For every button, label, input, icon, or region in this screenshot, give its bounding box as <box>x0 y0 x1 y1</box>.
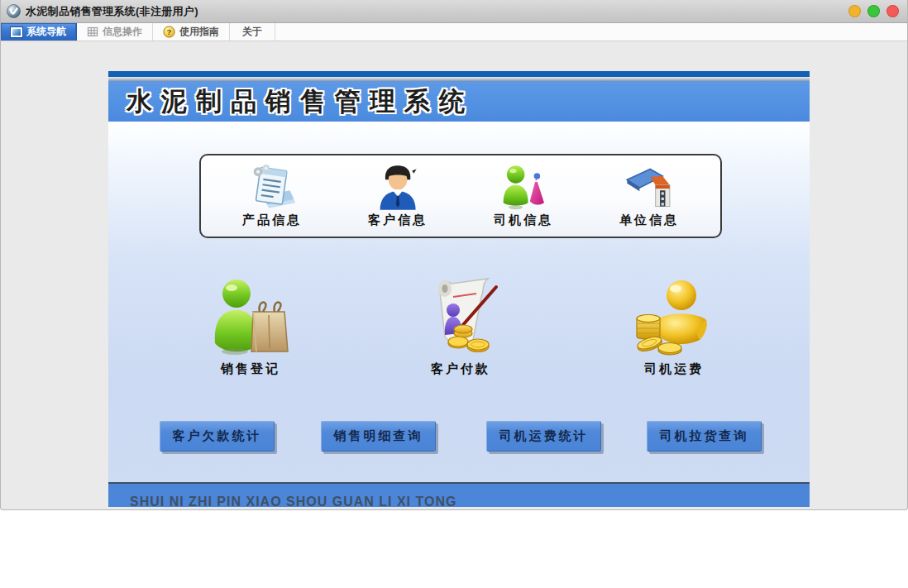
nav-item-driver-info[interactable]: 司机信息 <box>461 164 585 228</box>
nav-item-label: 产品信息 <box>242 213 302 228</box>
nav-item-label: 司机运费 <box>644 361 704 377</box>
nav-item-sales-register[interactable]: 销售登记 <box>189 275 313 377</box>
panel-footer: SHUI NI ZHI PIN XIAO SHOU GUAN LI XI TON… <box>108 484 810 507</box>
tab-label: 信息操作 <box>103 25 142 39</box>
nav-item-customer-info[interactable]: 客户信息 <box>336 164 460 228</box>
help-icon: ? <box>163 26 175 38</box>
monitor-icon <box>11 27 22 37</box>
panel-body: 产品信息 客户信息 <box>108 122 810 482</box>
app-window: 水泥制品销售管理系统(非注册用户) 系统导航 信息操作 <box>0 0 908 510</box>
green-person-bag-icon <box>205 275 296 358</box>
navigation-panel: 水泥制品销售管理系统 <box>108 71 810 507</box>
nav-item-label: 客户信息 <box>368 213 428 228</box>
window-controls <box>848 5 901 17</box>
close-button[interactable] <box>886 5 899 17</box>
driver-person-cone-icon <box>496 164 552 212</box>
top-stripe <box>108 71 810 77</box>
info-group-box: 产品信息 客户信息 <box>199 154 722 238</box>
app-logo-icon <box>7 4 21 18</box>
tab-user-guide[interactable]: ? 使用指南 <box>153 23 230 41</box>
nav-item-label: 单位信息 <box>619 213 679 228</box>
nav-item-unit-info[interactable]: 单位信息 <box>587 164 711 228</box>
tab-label: 系统导航 <box>26 25 66 39</box>
tab-label: 使用指南 <box>179 25 219 39</box>
sales-detail-query-button[interactable]: 销售明细查询 <box>321 421 436 452</box>
nav-item-label: 客户付款 <box>431 361 490 377</box>
tab-system-navigation[interactable]: 系统导航 <box>1 23 77 41</box>
tab-label: 关于 <box>242 25 262 39</box>
banner: 水泥制品销售管理系统 <box>108 81 810 122</box>
banner-title: 水泥制品销售管理系统 <box>127 84 474 119</box>
scroll-pen-coins-icon <box>415 275 506 358</box>
zoom-button[interactable] <box>867 5 880 17</box>
window-title: 水泥制品销售管理系统(非注册用户) <box>26 4 198 19</box>
tab-info-operations[interactable]: 信息操作 <box>77 23 153 41</box>
nav-item-driver-freight[interactable]: 司机运费 <box>612 275 736 377</box>
svg-text:?: ? <box>167 27 172 36</box>
nav-item-label: 销售登记 <box>221 361 280 377</box>
nav-item-label: 司机信息 <box>494 213 553 228</box>
nav-item-customer-payment[interactable]: 客户付款 <box>399 275 523 377</box>
driver-freight-stats-button[interactable]: 司机运费统计 <box>486 421 601 452</box>
customer-debt-stats-button[interactable]: 客户欠款统计 <box>160 421 275 452</box>
unit-house-icon <box>624 164 675 212</box>
title-bar: 水泥制品销售管理系统(非注册用户) <box>1 0 907 23</box>
gold-person-coins-icon <box>628 275 719 358</box>
tab-about[interactable]: 关于 <box>230 23 275 41</box>
minimize-button[interactable] <box>848 5 861 17</box>
nav-item-product-info[interactable]: 产品信息 <box>210 164 334 228</box>
footer-pinyin-text: SHUI NI ZHI PIN XIAO SHOU GUAN LI XI TON… <box>130 495 456 507</box>
grid-icon <box>87 26 98 37</box>
customer-person-icon <box>373 164 423 212</box>
product-notepad-icon <box>246 164 299 212</box>
driver-cargo-query-button[interactable]: 司机拉货查询 <box>647 421 762 452</box>
tab-bar: 系统导航 信息操作 <box>1 23 907 41</box>
